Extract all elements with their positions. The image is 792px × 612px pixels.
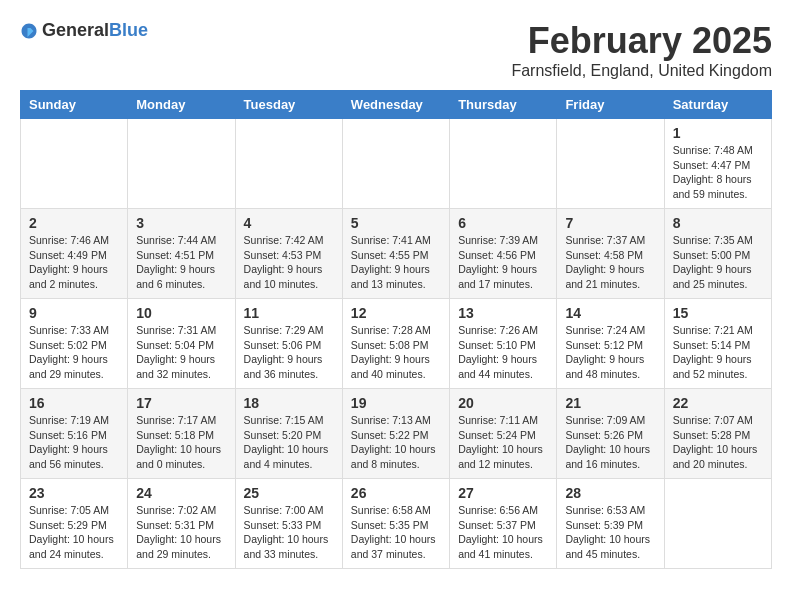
calendar-cell: 18Sunrise: 7:15 AM Sunset: 5:20 PM Dayli…	[235, 389, 342, 479]
day-info: Sunrise: 7:48 AM Sunset: 4:47 PM Dayligh…	[673, 143, 763, 202]
day-number: 21	[565, 395, 655, 411]
calendar-cell	[235, 119, 342, 209]
weekday-header-thursday: Thursday	[450, 91, 557, 119]
week-row-2: 2Sunrise: 7:46 AM Sunset: 4:49 PM Daylig…	[21, 209, 772, 299]
calendar-body: 1Sunrise: 7:48 AM Sunset: 4:47 PM Daylig…	[21, 119, 772, 569]
calendar-cell: 23Sunrise: 7:05 AM Sunset: 5:29 PM Dayli…	[21, 479, 128, 569]
day-number: 20	[458, 395, 548, 411]
day-info: Sunrise: 7:35 AM Sunset: 5:00 PM Dayligh…	[673, 233, 763, 292]
week-row-4: 16Sunrise: 7:19 AM Sunset: 5:16 PM Dayli…	[21, 389, 772, 479]
day-info: Sunrise: 7:07 AM Sunset: 5:28 PM Dayligh…	[673, 413, 763, 472]
day-number: 2	[29, 215, 119, 231]
day-number: 18	[244, 395, 334, 411]
day-info: Sunrise: 7:24 AM Sunset: 5:12 PM Dayligh…	[565, 323, 655, 382]
calendar-cell: 2Sunrise: 7:46 AM Sunset: 4:49 PM Daylig…	[21, 209, 128, 299]
calendar-cell: 5Sunrise: 7:41 AM Sunset: 4:55 PM Daylig…	[342, 209, 449, 299]
day-number: 25	[244, 485, 334, 501]
calendar-cell: 11Sunrise: 7:29 AM Sunset: 5:06 PM Dayli…	[235, 299, 342, 389]
day-number: 16	[29, 395, 119, 411]
day-info: Sunrise: 7:44 AM Sunset: 4:51 PM Dayligh…	[136, 233, 226, 292]
day-info: Sunrise: 7:11 AM Sunset: 5:24 PM Dayligh…	[458, 413, 548, 472]
weekday-header-tuesday: Tuesday	[235, 91, 342, 119]
day-number: 17	[136, 395, 226, 411]
day-info: Sunrise: 6:58 AM Sunset: 5:35 PM Dayligh…	[351, 503, 441, 562]
calendar-cell: 1Sunrise: 7:48 AM Sunset: 4:47 PM Daylig…	[664, 119, 771, 209]
calendar-cell: 14Sunrise: 7:24 AM Sunset: 5:12 PM Dayli…	[557, 299, 664, 389]
calendar-cell: 10Sunrise: 7:31 AM Sunset: 5:04 PM Dayli…	[128, 299, 235, 389]
day-number: 13	[458, 305, 548, 321]
calendar-cell: 24Sunrise: 7:02 AM Sunset: 5:31 PM Dayli…	[128, 479, 235, 569]
day-info: Sunrise: 7:19 AM Sunset: 5:16 PM Dayligh…	[29, 413, 119, 472]
day-info: Sunrise: 7:02 AM Sunset: 5:31 PM Dayligh…	[136, 503, 226, 562]
day-info: Sunrise: 7:46 AM Sunset: 4:49 PM Dayligh…	[29, 233, 119, 292]
calendar-cell: 27Sunrise: 6:56 AM Sunset: 5:37 PM Dayli…	[450, 479, 557, 569]
day-number: 24	[136, 485, 226, 501]
day-number: 4	[244, 215, 334, 231]
logo: GeneralBlue	[20, 20, 148, 41]
weekday-header-sunday: Sunday	[21, 91, 128, 119]
week-row-5: 23Sunrise: 7:05 AM Sunset: 5:29 PM Dayli…	[21, 479, 772, 569]
day-number: 6	[458, 215, 548, 231]
day-number: 12	[351, 305, 441, 321]
calendar-cell: 12Sunrise: 7:28 AM Sunset: 5:08 PM Dayli…	[342, 299, 449, 389]
calendar-cell: 9Sunrise: 7:33 AM Sunset: 5:02 PM Daylig…	[21, 299, 128, 389]
day-number: 11	[244, 305, 334, 321]
day-info: Sunrise: 6:53 AM Sunset: 5:39 PM Dayligh…	[565, 503, 655, 562]
day-info: Sunrise: 7:21 AM Sunset: 5:14 PM Dayligh…	[673, 323, 763, 382]
day-info: Sunrise: 7:41 AM Sunset: 4:55 PM Dayligh…	[351, 233, 441, 292]
day-number: 3	[136, 215, 226, 231]
calendar-cell: 8Sunrise: 7:35 AM Sunset: 5:00 PM Daylig…	[664, 209, 771, 299]
calendar-cell: 16Sunrise: 7:19 AM Sunset: 5:16 PM Dayli…	[21, 389, 128, 479]
calendar-title: February 2025	[511, 20, 772, 62]
calendar-cell: 15Sunrise: 7:21 AM Sunset: 5:14 PM Dayli…	[664, 299, 771, 389]
day-number: 5	[351, 215, 441, 231]
calendar-table: SundayMondayTuesdayWednesdayThursdayFrid…	[20, 90, 772, 569]
calendar-cell: 22Sunrise: 7:07 AM Sunset: 5:28 PM Dayli…	[664, 389, 771, 479]
day-info: Sunrise: 7:15 AM Sunset: 5:20 PM Dayligh…	[244, 413, 334, 472]
calendar-cell: 21Sunrise: 7:09 AM Sunset: 5:26 PM Dayli…	[557, 389, 664, 479]
calendar-cell: 13Sunrise: 7:26 AM Sunset: 5:10 PM Dayli…	[450, 299, 557, 389]
day-number: 14	[565, 305, 655, 321]
day-number: 23	[29, 485, 119, 501]
week-row-3: 9Sunrise: 7:33 AM Sunset: 5:02 PM Daylig…	[21, 299, 772, 389]
day-number: 1	[673, 125, 763, 141]
logo-icon	[20, 22, 38, 40]
day-number: 15	[673, 305, 763, 321]
calendar-cell: 25Sunrise: 7:00 AM Sunset: 5:33 PM Dayli…	[235, 479, 342, 569]
day-info: Sunrise: 7:13 AM Sunset: 5:22 PM Dayligh…	[351, 413, 441, 472]
calendar-cell	[664, 479, 771, 569]
calendar-cell: 19Sunrise: 7:13 AM Sunset: 5:22 PM Dayli…	[342, 389, 449, 479]
calendar-cell: 3Sunrise: 7:44 AM Sunset: 4:51 PM Daylig…	[128, 209, 235, 299]
calendar-cell: 20Sunrise: 7:11 AM Sunset: 5:24 PM Dayli…	[450, 389, 557, 479]
day-info: Sunrise: 7:09 AM Sunset: 5:26 PM Dayligh…	[565, 413, 655, 472]
calendar-cell: 6Sunrise: 7:39 AM Sunset: 4:56 PM Daylig…	[450, 209, 557, 299]
calendar-cell	[450, 119, 557, 209]
title-area: February 2025 Farnsfield, England, Unite…	[511, 20, 772, 80]
day-number: 28	[565, 485, 655, 501]
day-number: 9	[29, 305, 119, 321]
logo-blue-text: Blue	[109, 20, 148, 40]
calendar-cell	[557, 119, 664, 209]
day-info: Sunrise: 7:05 AM Sunset: 5:29 PM Dayligh…	[29, 503, 119, 562]
calendar-cell	[128, 119, 235, 209]
day-info: Sunrise: 7:00 AM Sunset: 5:33 PM Dayligh…	[244, 503, 334, 562]
logo-general-text: General	[42, 20, 109, 40]
calendar-cell: 28Sunrise: 6:53 AM Sunset: 5:39 PM Dayli…	[557, 479, 664, 569]
calendar-cell: 26Sunrise: 6:58 AM Sunset: 5:35 PM Dayli…	[342, 479, 449, 569]
weekday-header-saturday: Saturday	[664, 91, 771, 119]
weekday-header-wednesday: Wednesday	[342, 91, 449, 119]
day-number: 7	[565, 215, 655, 231]
day-info: Sunrise: 6:56 AM Sunset: 5:37 PM Dayligh…	[458, 503, 548, 562]
day-info: Sunrise: 7:29 AM Sunset: 5:06 PM Dayligh…	[244, 323, 334, 382]
calendar-subtitle: Farnsfield, England, United Kingdom	[511, 62, 772, 80]
day-info: Sunrise: 7:39 AM Sunset: 4:56 PM Dayligh…	[458, 233, 548, 292]
day-number: 26	[351, 485, 441, 501]
day-info: Sunrise: 7:17 AM Sunset: 5:18 PM Dayligh…	[136, 413, 226, 472]
day-number: 10	[136, 305, 226, 321]
day-info: Sunrise: 7:28 AM Sunset: 5:08 PM Dayligh…	[351, 323, 441, 382]
day-number: 19	[351, 395, 441, 411]
calendar-cell: 17Sunrise: 7:17 AM Sunset: 5:18 PM Dayli…	[128, 389, 235, 479]
weekday-header-friday: Friday	[557, 91, 664, 119]
day-number: 8	[673, 215, 763, 231]
day-number: 27	[458, 485, 548, 501]
